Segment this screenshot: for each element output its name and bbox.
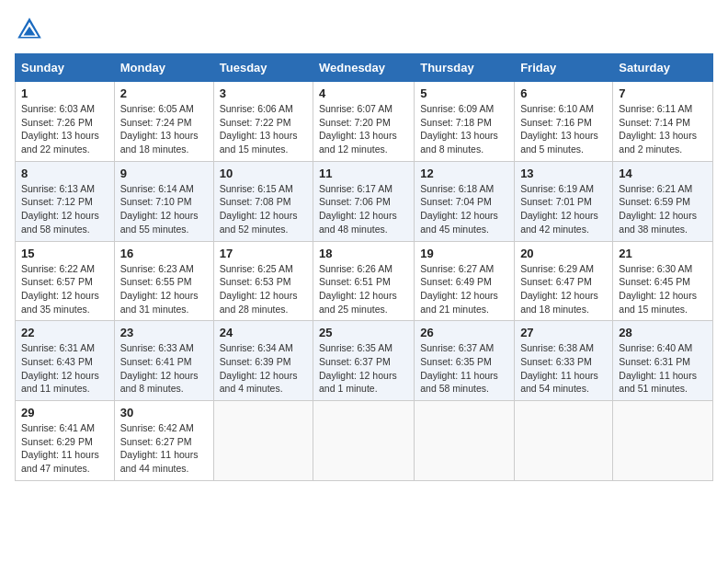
cell-info: Sunrise: 6:21 AMSunset: 6:59 PMDaylight:… <box>619 183 697 235</box>
cell-info: Sunrise: 6:19 AMSunset: 7:01 PMDaylight:… <box>520 183 598 235</box>
calendar-cell: 12 Sunrise: 6:18 AMSunset: 7:04 PMDaylig… <box>415 161 515 241</box>
calendar-cell: 23 Sunrise: 6:33 AMSunset: 6:41 PMDaylig… <box>114 321 213 401</box>
cell-info: Sunrise: 6:35 AMSunset: 6:37 PMDaylight:… <box>319 342 397 394</box>
day-number: 20 <box>520 247 607 260</box>
cell-info: Sunrise: 6:33 AMSunset: 6:41 PMDaylight:… <box>120 342 199 394</box>
col-header-friday: Friday <box>515 54 613 82</box>
week-row: 15 Sunrise: 6:22 AMSunset: 6:57 PMDaylig… <box>16 241 713 321</box>
calendar-cell: 1 Sunrise: 6:03 AMSunset: 7:26 PMDayligh… <box>16 82 115 162</box>
calendar-cell: 6 Sunrise: 6:10 AMSunset: 7:16 PMDayligh… <box>515 82 613 162</box>
day-number: 21 <box>619 247 707 260</box>
week-row: 8 Sunrise: 6:13 AMSunset: 7:12 PMDayligh… <box>16 161 713 241</box>
page-header <box>15 15 713 44</box>
day-number: 3 <box>220 86 307 100</box>
day-number: 7 <box>619 86 707 100</box>
calendar-cell: 7 Sunrise: 6:11 AMSunset: 7:14 PMDayligh… <box>613 82 713 162</box>
day-number: 9 <box>120 167 208 180</box>
calendar-cell: 13 Sunrise: 6:19 AMSunset: 7:01 PMDaylig… <box>515 161 613 241</box>
calendar-cell: 30 Sunrise: 6:42 AMSunset: 6:27 PMDaylig… <box>114 401 213 481</box>
cell-info: Sunrise: 6:06 AMSunset: 7:22 PMDaylight:… <box>220 103 298 155</box>
calendar-cell: 10 Sunrise: 6:15 AMSunset: 7:08 PMDaylig… <box>213 161 313 241</box>
day-number: 18 <box>319 247 408 260</box>
calendar-cell <box>313 401 415 481</box>
calendar-cell: 29 Sunrise: 6:41 AMSunset: 6:29 PMDaylig… <box>16 401 115 481</box>
calendar-cell: 25 Sunrise: 6:35 AMSunset: 6:37 PMDaylig… <box>313 321 415 401</box>
logo <box>15 15 48 44</box>
cell-info: Sunrise: 6:05 AMSunset: 7:24 PMDaylight:… <box>120 103 199 155</box>
cell-info: Sunrise: 6:37 AMSunset: 6:35 PMDaylight:… <box>420 342 498 394</box>
cell-info: Sunrise: 6:40 AMSunset: 6:31 PMDaylight:… <box>619 342 697 394</box>
cell-info: Sunrise: 6:34 AMSunset: 6:39 PMDaylight:… <box>220 342 298 394</box>
day-number: 1 <box>21 86 108 100</box>
day-number: 19 <box>420 247 508 260</box>
calendar-cell <box>613 401 713 481</box>
cell-info: Sunrise: 6:29 AMSunset: 6:47 PMDaylight:… <box>520 263 598 315</box>
day-number: 28 <box>619 326 707 339</box>
cell-info: Sunrise: 6:18 AMSunset: 7:04 PMDaylight:… <box>420 183 498 235</box>
day-number: 13 <box>520 167 607 180</box>
day-number: 27 <box>520 326 607 339</box>
calendar-cell <box>213 401 313 481</box>
calendar-cell: 14 Sunrise: 6:21 AMSunset: 6:59 PMDaylig… <box>613 161 713 241</box>
cell-info: Sunrise: 6:38 AMSunset: 6:33 PMDaylight:… <box>520 342 598 394</box>
calendar-cell: 21 Sunrise: 6:30 AMSunset: 6:45 PMDaylig… <box>613 241 713 321</box>
calendar-cell: 26 Sunrise: 6:37 AMSunset: 6:35 PMDaylig… <box>415 321 515 401</box>
day-number: 5 <box>420 86 508 100</box>
calendar-cell: 24 Sunrise: 6:34 AMSunset: 6:39 PMDaylig… <box>213 321 313 401</box>
cell-info: Sunrise: 6:30 AMSunset: 6:45 PMDaylight:… <box>619 263 697 315</box>
cell-info: Sunrise: 6:23 AMSunset: 6:55 PMDaylight:… <box>120 263 199 315</box>
cell-info: Sunrise: 6:27 AMSunset: 6:49 PMDaylight:… <box>420 263 498 315</box>
day-number: 16 <box>120 247 208 260</box>
calendar-cell: 5 Sunrise: 6:09 AMSunset: 7:18 PMDayligh… <box>415 82 515 162</box>
col-header-tuesday: Tuesday <box>213 54 313 82</box>
cell-info: Sunrise: 6:17 AMSunset: 7:06 PMDaylight:… <box>319 183 397 235</box>
calendar-cell: 18 Sunrise: 6:26 AMSunset: 6:51 PMDaylig… <box>313 241 415 321</box>
calendar-cell: 9 Sunrise: 6:14 AMSunset: 7:10 PMDayligh… <box>114 161 213 241</box>
day-number: 24 <box>220 326 307 339</box>
col-header-thursday: Thursday <box>415 54 515 82</box>
col-header-monday: Monday <box>114 54 213 82</box>
day-number: 12 <box>420 167 508 180</box>
calendar-cell: 22 Sunrise: 6:31 AMSunset: 6:43 PMDaylig… <box>16 321 115 401</box>
day-number: 8 <box>21 167 108 180</box>
calendar-cell: 28 Sunrise: 6:40 AMSunset: 6:31 PMDaylig… <box>613 321 713 401</box>
calendar-cell: 8 Sunrise: 6:13 AMSunset: 7:12 PMDayligh… <box>16 161 115 241</box>
cell-info: Sunrise: 6:14 AMSunset: 7:10 PMDaylight:… <box>120 183 199 235</box>
col-header-wednesday: Wednesday <box>313 54 415 82</box>
day-number: 15 <box>21 247 108 260</box>
day-number: 10 <box>220 167 307 180</box>
day-number: 23 <box>120 326 208 339</box>
calendar-cell <box>515 401 613 481</box>
cell-info: Sunrise: 6:07 AMSunset: 7:20 PMDaylight:… <box>319 103 397 155</box>
day-number: 11 <box>319 167 408 180</box>
calendar-cell: 4 Sunrise: 6:07 AMSunset: 7:20 PMDayligh… <box>313 82 415 162</box>
week-row: 29 Sunrise: 6:41 AMSunset: 6:29 PMDaylig… <box>16 401 713 481</box>
cell-info: Sunrise: 6:03 AMSunset: 7:26 PMDaylight:… <box>21 103 99 155</box>
day-number: 26 <box>420 326 508 339</box>
calendar-cell: 17 Sunrise: 6:25 AMSunset: 6:53 PMDaylig… <box>213 241 313 321</box>
calendar-cell: 20 Sunrise: 6:29 AMSunset: 6:47 PMDaylig… <box>515 241 613 321</box>
calendar-table: SundayMondayTuesdayWednesdayThursdayFrid… <box>15 53 713 481</box>
cell-info: Sunrise: 6:41 AMSunset: 6:29 PMDaylight:… <box>21 422 99 474</box>
cell-info: Sunrise: 6:22 AMSunset: 6:57 PMDaylight:… <box>21 263 99 315</box>
header-row: SundayMondayTuesdayWednesdayThursdayFrid… <box>16 54 713 82</box>
calendar-cell <box>415 401 515 481</box>
cell-info: Sunrise: 6:42 AMSunset: 6:27 PMDaylight:… <box>120 422 199 474</box>
cell-info: Sunrise: 6:15 AMSunset: 7:08 PMDaylight:… <box>220 183 298 235</box>
calendar-cell: 11 Sunrise: 6:17 AMSunset: 7:06 PMDaylig… <box>313 161 415 241</box>
cell-info: Sunrise: 6:09 AMSunset: 7:18 PMDaylight:… <box>420 103 498 155</box>
cell-info: Sunrise: 6:10 AMSunset: 7:16 PMDaylight:… <box>520 103 598 155</box>
day-number: 22 <box>21 326 108 339</box>
day-number: 29 <box>21 406 108 419</box>
cell-info: Sunrise: 6:25 AMSunset: 6:53 PMDaylight:… <box>220 263 298 315</box>
day-number: 4 <box>319 86 408 100</box>
calendar-cell: 16 Sunrise: 6:23 AMSunset: 6:55 PMDaylig… <box>114 241 213 321</box>
day-number: 25 <box>319 326 408 339</box>
col-header-saturday: Saturday <box>613 54 713 82</box>
calendar-cell: 15 Sunrise: 6:22 AMSunset: 6:57 PMDaylig… <box>16 241 115 321</box>
cell-info: Sunrise: 6:31 AMSunset: 6:43 PMDaylight:… <box>21 342 99 394</box>
logo-icon <box>15 15 44 44</box>
day-number: 6 <box>520 86 607 100</box>
calendar-cell: 27 Sunrise: 6:38 AMSunset: 6:33 PMDaylig… <box>515 321 613 401</box>
cell-info: Sunrise: 6:11 AMSunset: 7:14 PMDaylight:… <box>619 103 697 155</box>
